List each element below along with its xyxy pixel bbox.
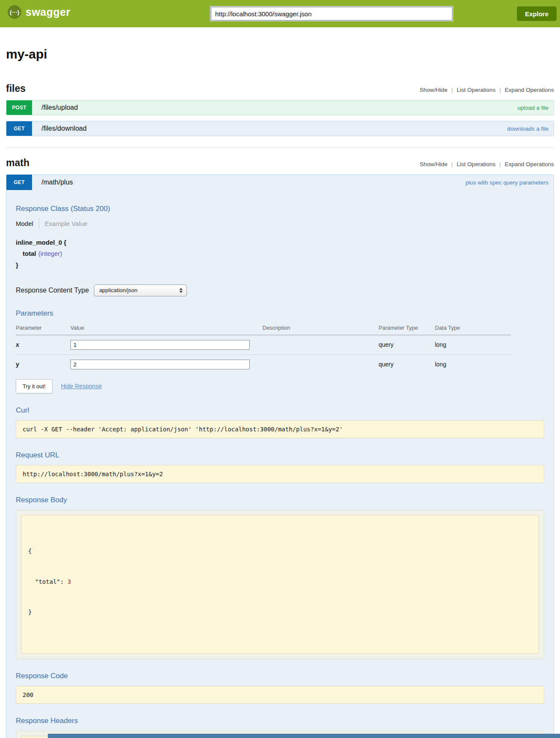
json-open-brace: {: [28, 546, 532, 556]
col-parameter: Parameter: [16, 322, 70, 335]
parameter-y-input[interactable]: [70, 360, 250, 369]
separator: |: [499, 87, 501, 93]
try-it-out-button[interactable]: Try it out!: [16, 379, 52, 393]
tab-divider: [39, 218, 39, 228]
section-divider: [6, 147, 554, 148]
col-data-type: Data Type: [435, 322, 511, 335]
response-body-value: { "total": 3 }: [21, 515, 539, 654]
json-total-line: "total": 3: [28, 577, 532, 587]
operation-summary[interactable]: upload a file: [517, 105, 548, 111]
hide-response-link[interactable]: Hide Response: [61, 383, 102, 390]
response-headers-heading: Response Headers: [16, 717, 548, 725]
main-content: my-api files Show/Hide|List Operations|E…: [6, 47, 554, 738]
section-math: math Show/Hide|List Operations|Expand Op…: [6, 157, 554, 738]
section-files-controls: Show/Hide|List Operations|Expand Operati…: [420, 87, 554, 93]
operation-path[interactable]: /files/download: [41, 125, 87, 132]
request-url-value: http://localhost:3000/math/plus?x=1&y=2: [16, 465, 544, 483]
swagger-logo-icon: {⋯}: [8, 5, 21, 19]
select-arrows-icon: [179, 288, 183, 293]
section-files: files Show/Hide|List Operations|Expand O…: [6, 83, 554, 136]
model-close: }: [16, 260, 548, 271]
request-url-heading: Request URL: [16, 451, 548, 460]
section-math-title: math: [6, 157, 29, 169]
separator: |: [452, 87, 453, 93]
model-open: inline_model_0 {: [16, 237, 548, 248]
operation-row[interactable]: POST /files/upload upload a file: [6, 100, 554, 115]
col-value: Value: [70, 322, 262, 335]
list-operations-link[interactable]: List Operations: [457, 87, 496, 93]
parameters-header-row: Parameter Value Description Parameter Ty…: [16, 322, 511, 335]
json-number-value: 3: [67, 578, 71, 585]
parameter-name: x: [16, 335, 70, 354]
operation-path[interactable]: /math/plus: [41, 179, 73, 186]
col-description: Description: [262, 322, 379, 335]
property-type: (integer): [38, 250, 62, 257]
operation-path[interactable]: /files/upload: [41, 104, 78, 111]
curl-heading: Curl: [16, 406, 548, 415]
response-content-type-label: Response Content Type: [16, 287, 89, 294]
separator: |: [499, 161, 501, 167]
explore-button[interactable]: Explore: [517, 6, 557, 21]
selected-content-type: application/json: [99, 287, 137, 293]
parameter-data-type: long: [435, 335, 511, 354]
operation-post-files-upload: POST /files/upload upload a file: [6, 100, 554, 115]
response-body-heading: Response Body: [16, 496, 548, 504]
show-hide-link[interactable]: Show/Hide: [420, 161, 447, 167]
model-signature: inline_model_0 { total(integer) }: [16, 237, 548, 271]
method-badge-get[interactable]: GET: [6, 175, 32, 190]
expand-operations-link[interactable]: Expand Operations: [505, 161, 554, 167]
response-content-type-select[interactable]: application/json: [94, 284, 187, 296]
spec-url-input[interactable]: [211, 7, 452, 20]
operation-get-files-download: GET /files/download downloads a file: [6, 121, 554, 136]
parameter-name: y: [16, 354, 70, 374]
parameter-description: [262, 354, 379, 374]
show-hide-link[interactable]: Show/Hide: [420, 87, 447, 93]
operation-row[interactable]: GET /math/plus plus with spec query para…: [6, 175, 554, 190]
operation-detail-panel: Response Class (Status 200) Model Exampl…: [6, 190, 554, 738]
parameter-type: query: [379, 335, 435, 354]
json-close-brace: }: [28, 607, 532, 618]
parameter-description: [262, 335, 379, 354]
response-content-type-row: Response Content Type application/json: [16, 284, 548, 296]
response-class-heading: Response Class (Status 200): [16, 205, 548, 213]
parameter-row-x: x query long: [16, 335, 511, 354]
response-body-container: { "total": 3 }: [16, 510, 544, 659]
separator: |: [452, 161, 453, 167]
operation-get-math-plus: GET /math/plus plus with spec query para…: [6, 174, 554, 738]
swagger-logo[interactable]: {⋯} swagger: [8, 5, 70, 19]
bottom-blue-bar: [48, 734, 560, 738]
response-code-heading: Response Code: [16, 672, 548, 680]
section-math-controls: Show/Hide|List Operations|Expand Operati…: [420, 161, 554, 167]
model-tabs: Model Example Value: [16, 218, 548, 228]
col-parameter-type: Parameter Type: [379, 322, 435, 335]
tab-model[interactable]: Model: [16, 220, 33, 227]
parameter-type: query: [379, 354, 435, 374]
swagger-brand-text: swagger: [26, 6, 70, 18]
section-files-title: files: [6, 83, 26, 94]
model-property: total(integer): [16, 248, 548, 259]
operation-summary[interactable]: downloads a file: [507, 126, 548, 132]
parameters-heading: Parameters: [16, 309, 548, 318]
operation-summary[interactable]: plus with spec query parameters: [466, 179, 548, 186]
tab-example-value[interactable]: Example Value: [45, 220, 88, 227]
method-badge-post[interactable]: POST: [6, 100, 32, 115]
list-operations-link[interactable]: List Operations: [457, 161, 496, 167]
method-badge-get[interactable]: GET: [6, 121, 32, 136]
parameter-data-type: long: [435, 354, 511, 374]
page-title: my-api: [6, 47, 554, 62]
parameters-table: Parameter Value Description Parameter Ty…: [16, 322, 511, 374]
operation-row[interactable]: GET /files/download downloads a file: [6, 121, 554, 136]
parameter-row-y: y query long: [16, 354, 511, 374]
response-code-value: 200: [16, 686, 544, 704]
curl-command: curl -X GET --header 'Accept: applicatio…: [16, 420, 544, 438]
expand-operations-link[interactable]: Expand Operations: [505, 87, 554, 93]
top-bar: {⋯} swagger Explore: [0, 0, 560, 27]
property-name: total: [23, 250, 36, 257]
json-key: "total":: [35, 578, 64, 585]
try-it-out-row: Try it out! Hide Response: [16, 379, 548, 393]
parameter-x-input[interactable]: [70, 340, 250, 350]
